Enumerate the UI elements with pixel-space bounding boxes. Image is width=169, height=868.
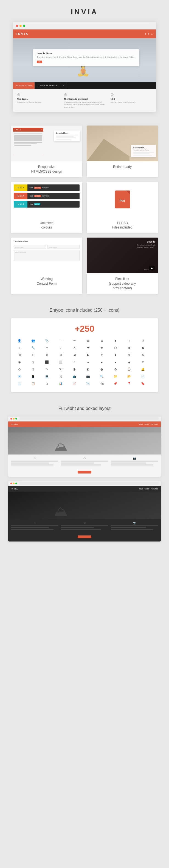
nav-teal: HOME PAGE [28, 201, 80, 208]
bottom-nav-welcome[interactable]: WELCOME TO INVIA [13, 82, 35, 89]
flex-title: Less is [137, 240, 155, 243]
icon-printer: 🖨 [57, 374, 64, 380]
icon-watch: ⌚ [126, 366, 132, 372]
browser-content: INVIA ♦ f ⌕ 🧘 Less is More Travellers be… [13, 29, 156, 112]
layout-dot-5 [13, 483, 14, 484]
color-row-yellow: INVIA HOME PAGES FEATURES [14, 184, 80, 191]
psd-label: Psd [120, 199, 125, 202]
flexslider-preview: Less is Travellers between NorthAmerica,… [87, 238, 158, 273]
hero-section: INVIA ♦ f ⌕ 🧘 Less is More Travellers be… [0, 22, 169, 120]
layout-nav-items-2: HOME PAGES FEATURES [139, 488, 158, 490]
icon-add: ⊕ [16, 352, 23, 358]
layout-hero-area-2: INVIA HOME PAGES FEATURES ⛰ [8, 486, 161, 519]
icon-no: ⊘ [57, 352, 64, 358]
layout-text-13 [61, 525, 108, 526]
icon-chart3: 📉 [85, 381, 91, 387]
bottom-nav-menu[interactable]: ≡ [60, 82, 67, 89]
feature-card-contact: Contact Form YOUR NAME YOUR EMAIL YOUR M… [11, 238, 82, 294]
flex-play-button[interactable]: ▶ [149, 266, 155, 270]
layout-text-14 [61, 527, 94, 528]
logo-teal: INVIA [14, 201, 28, 208]
icon-target: ⊙ [140, 359, 146, 365]
browser-dot-red [16, 25, 18, 27]
icon-tv: 📺 [71, 374, 77, 380]
layout-dot-4 [10, 483, 12, 484]
layout-mockup-dark: INVIA HOME PAGES FEATURES ⛰ ⊙ ⚙ [8, 481, 161, 541]
layout-cta-button-2[interactable] [78, 535, 91, 538]
icon-chart: 📊 [57, 381, 64, 387]
icon-laptop: 💻 [44, 374, 50, 380]
entypo-count: +250 [16, 324, 153, 334]
icon-flower: ✿ [140, 345, 146, 351]
icon-three-quarter: ◕ [99, 366, 105, 372]
layout-nav-pages-2: PAGES [144, 488, 149, 490]
icon-pin: 📌 [113, 381, 119, 387]
layout-dot-3 [15, 418, 17, 420]
logo-red: INVIA [14, 193, 28, 199]
feature-label-contact: Working Contact Form [11, 273, 82, 289]
layout-icon-5: ⚙ [61, 521, 108, 524]
icon-notepad: 🗒 [44, 381, 50, 387]
layout-hero-nav-2: INVIA HOME PAGES FEATURES [8, 486, 161, 492]
icon-spade: ♠ [99, 359, 105, 365]
layout-text-2 [11, 463, 49, 464]
icon-cross: ⊗ [44, 352, 50, 358]
icon-edit: ✏ [44, 345, 50, 351]
bottom-nav-learn[interactable]: LEARN MORE ABOUT US [35, 82, 60, 89]
layout-hero-content-2: ⛰ [8, 492, 161, 519]
icon-trademark: ™ [44, 366, 50, 372]
layout-icon-2: ⚙ [61, 457, 108, 460]
layout-col-2: ⚙ [61, 457, 108, 466]
browser-dot-yellow [19, 25, 22, 27]
icon-hexagon: ⬡ [113, 345, 119, 351]
icon-square2: ⬜ [57, 359, 64, 365]
popup-button[interactable]: Ok [37, 61, 42, 63]
layout-hero-area: INVIA HOME PAGES FEATURES ⛰ [8, 422, 161, 455]
feature-label-psd: 17 PSD Files included [87, 217, 158, 234]
icon-bookmark: 🔖 [140, 381, 146, 387]
icon-pin2: 📍 [126, 381, 132, 387]
entypo-section-title: Entypo Icons included (250 + Icons) [11, 308, 158, 313]
icon-circle2: ◎ [30, 359, 36, 365]
layout-hero-content: ⛰ [8, 427, 161, 455]
layout-mockup-light: INVIA HOME PAGES FEATURES ⛰ ⊙ [8, 416, 161, 477]
content-col-2: ⊙ The Carnatic anchored At dawn on the 1… [64, 92, 105, 108]
layout-browser-bar [8, 416, 161, 422]
feature-label-responsive: Responsive HTML5/CSS3 design [11, 161, 82, 177]
layout-text-9 [111, 464, 153, 466]
icon-check: ✓ [57, 345, 64, 351]
popup-title: Less is More [37, 52, 135, 55]
psd-file: Psd [115, 190, 130, 208]
layout-col-4: ⊙ [11, 521, 58, 530]
layout-text-4 [61, 461, 108, 462]
responsive-preview: INVIA ≡ Less is Mor... [11, 126, 82, 161]
browser-dot-green [23, 25, 25, 27]
layout-nav-features-2: FEATURES [151, 488, 158, 490]
icon-left: ◀ [71, 352, 77, 358]
icon-half1: ◑ [71, 366, 77, 372]
feature-card-psd: Psd 17 PSD Files included [87, 182, 158, 234]
site-nav: INVIA ♦ f ⌕ [13, 29, 156, 38]
feature-label-colors: Unlimited colours [11, 217, 82, 234]
layout-dot-2 [13, 418, 14, 420]
layout-text-15 [61, 529, 101, 530]
icon-quarter: ◔ [113, 366, 119, 372]
layout-dot-6 [15, 483, 17, 484]
site-nav-logo: INVIA [16, 32, 29, 35]
colors-preview: INVIA HOME PAGES FEATURES INVIA HOME PAG… [11, 182, 82, 217]
retina-card-text: Travellers between North... [133, 149, 154, 151]
layout-text-10 [11, 525, 58, 526]
hero-browser-mockup: INVIA ♦ f ⌕ 🧘 Less is More Travellers be… [13, 22, 156, 112]
flex-text-overlay: Less is Travellers between NorthAmerica,… [137, 240, 155, 249]
layout-cta-button[interactable] [78, 471, 91, 473]
layout-nav-features: FEATURES [151, 424, 158, 425]
icon-club: ♣ [126, 359, 132, 365]
layout-content-area-2: ⊙ ⚙ 📷 [8, 519, 161, 532]
color-row-teal: INVIA HOME PAGE [14, 201, 80, 208]
icon-email: 📧 [16, 374, 23, 380]
retina-card: Less is Mor... Travellers between North.… [131, 145, 156, 157]
location-icon: ⊙ [17, 92, 58, 97]
feature-card-flexslider: Less is Travellers between NorthAmerica,… [87, 238, 158, 294]
site-content-strip: ⊙ The Carn... At dawn on the 13th the Ca… [13, 89, 156, 112]
content-text-3: stay here for the rest of all vectors [111, 101, 152, 103]
